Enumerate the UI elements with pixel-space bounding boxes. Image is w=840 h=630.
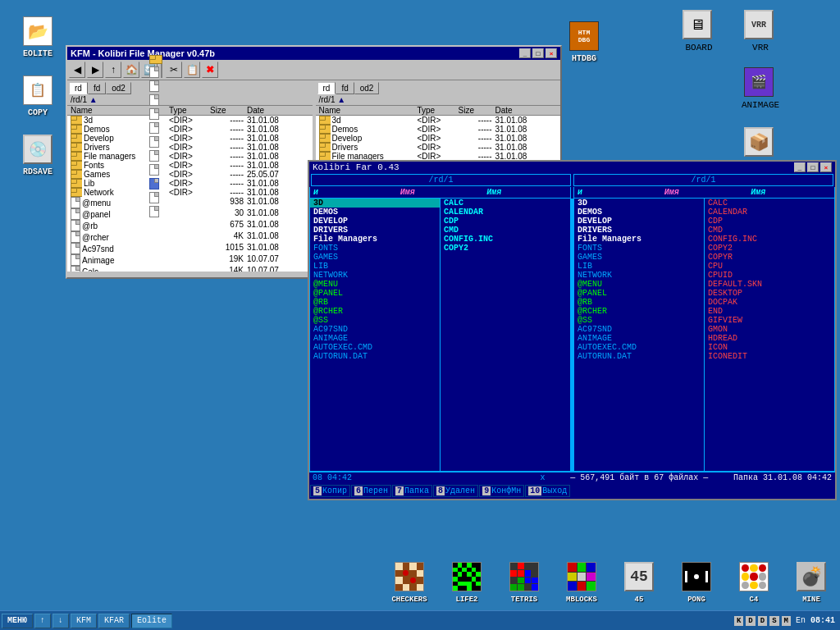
kfar-row[interactable]: @RCHER [574, 307, 704, 316]
kfar-row[interactable]: ICONEDIT [705, 352, 834, 361]
kfar-row[interactable]: DRIVERS [574, 226, 704, 235]
kfar-maximize-btn[interactable]: □ [807, 162, 819, 172]
tetris-icon-group[interactable]: TETRIS [495, 556, 553, 607]
kfm-delete-btn[interactable]: ✖ [202, 62, 218, 78]
kfar-row[interactable]: GAMES [310, 253, 440, 262]
kfar-row[interactable]: DEVELOP [574, 217, 704, 226]
kfm-paste-btn[interactable]: 📋 [184, 62, 200, 78]
kfar-row[interactable]: LIB [310, 262, 440, 271]
kfm-left-row-menu[interactable]: @menu 93831.01.08 [67, 197, 313, 208]
kfar-row[interactable]: @PANEL [310, 289, 440, 298]
kfar-row[interactable]: @MENU [574, 280, 704, 289]
kfm-forward-btn[interactable]: ▶ [87, 62, 103, 78]
kfm-left-tab-fd[interactable]: fd [88, 82, 106, 94]
desktop-icon-copy[interactable]: 📋 COPY [11, 74, 64, 117]
kfm-up-btn[interactable]: ↑ [105, 62, 121, 78]
kfar-row[interactable]: CALC [705, 199, 834, 208]
pong-icon-group[interactable]: PONG [668, 556, 725, 607]
kfar-row[interactable]: COPY2 [705, 244, 834, 253]
desktop-icon-vrr[interactable]: VRR VRR [734, 10, 787, 52]
kfar-row[interactable]: DESKTOP [705, 289, 834, 298]
kfar-row[interactable]: DEMOS [310, 208, 440, 217]
kfm-maximize-btn[interactable]: □ [532, 48, 544, 58]
kfar-f10-btn[interactable]: 10 Выход [525, 485, 570, 497]
kfm-right-tab-od2[interactable]: od2 [354, 82, 380, 94]
kfar-row[interactable]: @RB [574, 298, 704, 307]
kfar-row[interactable]: AC97SND [574, 325, 704, 334]
kfar-minimize-btn[interactable]: _ [794, 162, 806, 172]
kfar-row[interactable]: @PANEL [574, 289, 704, 298]
kfar-row[interactable]: ANIMAGE [310, 334, 440, 343]
kfar-row[interactable]: AUTORUN.DAT [574, 352, 704, 361]
kfar-row[interactable]: AUTOEXEC.CMD [574, 343, 704, 352]
kfar-row[interactable]: @MENU [310, 280, 440, 289]
checkers-icon-group[interactable]: CHECKERS [381, 556, 438, 607]
kfar-row[interactable]: File Managers [574, 235, 704, 244]
kfar-row[interactable]: NETWORK [310, 271, 440, 280]
kfar-row[interactable]: DEVELOP [310, 217, 440, 226]
kfm-left-row-network[interactable]: Network <DIR>-----31.01.08 [67, 188, 313, 197]
mblocks-icon-group[interactable]: MBLOCKS [553, 556, 610, 607]
kfar-f6-btn[interactable]: 6 Перен [351, 485, 391, 497]
kfar-row[interactable]: @SS [574, 316, 704, 325]
kfm-left-row-rcher[interactable]: @rcher 4K31.01.08 [67, 231, 313, 243]
desktop-icon-eolite[interactable]: 📂 EOLITE [11, 15, 64, 58]
kfm-right-row-drivers[interactable]: Drivers <DIR>-----31.01.08 [316, 143, 561, 152]
kfar-row[interactable]: DRIVERS [310, 226, 440, 235]
kfm-left-tab-rd[interactable]: rd [69, 82, 88, 94]
kfar-row[interactable]: DOCPAK [705, 298, 834, 307]
kfar-row[interactable]: CPU [705, 262, 834, 271]
kfm-left-row-lib[interactable]: Lib <DIR>-----31.01.08 [67, 179, 313, 188]
kfar-row[interactable]: COPY2 [441, 244, 570, 253]
kfar-row[interactable]: @SS [310, 316, 440, 325]
kfar-row[interactable]: CONFIG.INC [705, 235, 834, 244]
kfar-row[interactable]: @RB [310, 298, 440, 307]
kfar-f5-btn[interactable]: 5 Копир [310, 485, 350, 497]
kfar-row[interactable]: FONTS [310, 244, 440, 253]
kfar-row[interactable]: CALC [441, 199, 570, 208]
kfm-close-btn[interactable]: × [546, 48, 557, 58]
kfm-home-btn[interactable]: 🏠 [123, 62, 139, 78]
kfm-right-row-demos[interactable]: Demos <DIR>-----31.01.08 [316, 125, 561, 134]
kfar-row[interactable]: DEFAULT.SKN [705, 280, 834, 289]
kfm-minimize-btn[interactable]: _ [519, 48, 531, 58]
kfar-row[interactable]: CALENDAR [441, 208, 570, 217]
kfar-row[interactable]: CALENDAR [705, 208, 834, 217]
kfar-row[interactable]: CPUID [705, 271, 834, 280]
kfm-left-row-animage[interactable]: Animage 19K10.07.07 [67, 254, 313, 266]
kfm-left-row-calc[interactable]: Calc 14K10.07.07 [67, 266, 313, 272]
kfar-row[interactable]: 3D [574, 199, 704, 208]
kfar-row[interactable]: CMD [441, 226, 570, 235]
life2-icon-group[interactable]: LIFE2 [438, 556, 495, 607]
kfar-row[interactable]: ICON [705, 343, 834, 352]
kfar-close-btn[interactable]: × [820, 162, 832, 172]
taskbar-btn-eolite[interactable]: Eolite [131, 614, 172, 628]
kfar-row[interactable]: LIB [574, 262, 704, 271]
kfm-left-row-panel[interactable]: @panel 3031.01.08 [67, 208, 313, 220]
kfar-row[interactable]: FONTS [574, 244, 704, 253]
kfm-left-row-demos[interactable]: Demos <DIR>-----31.01.08 [67, 125, 313, 134]
kfm-copy-btn[interactable]: ✂ [166, 62, 182, 78]
kfm-right-tab-rd[interactable]: rd [317, 82, 336, 94]
kfar-row[interactable]: CONFIG.INC [441, 235, 570, 244]
kfar-row[interactable]: 3D [310, 199, 440, 208]
kfar-row[interactable]: CDP [441, 217, 570, 226]
kfar-row[interactable]: END [705, 307, 834, 316]
kfm-left-tab-od2[interactable]: od2 [106, 82, 131, 94]
kfm-back-btn[interactable]: ◀ [69, 62, 85, 78]
desktop-icon-board[interactable]: 🖥 BOARD [673, 10, 725, 52]
kfm-left-row-develop[interactable]: Develop <DIR>-----31.01.08 [67, 134, 313, 143]
kfar-f7-btn[interactable]: 7 Папка [392, 485, 432, 497]
kfar-row[interactable]: CDP [705, 217, 834, 226]
kfm-left-row-filemanagers[interactable]: File managers <DIR>-----31.01.08 [67, 152, 313, 161]
kfm-left-row-3d[interactable]: 3d <DIR>-----31.01.08 [67, 116, 313, 125]
kfar-row[interactable]: DEMOS [574, 208, 704, 217]
desktop-icon-animage[interactable]: 🎬 ANIMAGE [734, 67, 787, 110]
kfar-f8-btn[interactable]: 8 Удален [433, 485, 478, 497]
n45-icon-group[interactable]: 45 45 [610, 556, 668, 607]
kfar-row[interactable]: File Managers [310, 235, 440, 244]
kfar-f9-btn[interactable]: 9 КонфМн [479, 485, 524, 497]
kfm-left-row-fonts[interactable]: Fonts <DIR>-----31.01.08 [67, 161, 313, 170]
kfar-row[interactable]: HDREAD [705, 334, 834, 343]
taskbar-down-btn[interactable]: ↓ [52, 614, 69, 628]
